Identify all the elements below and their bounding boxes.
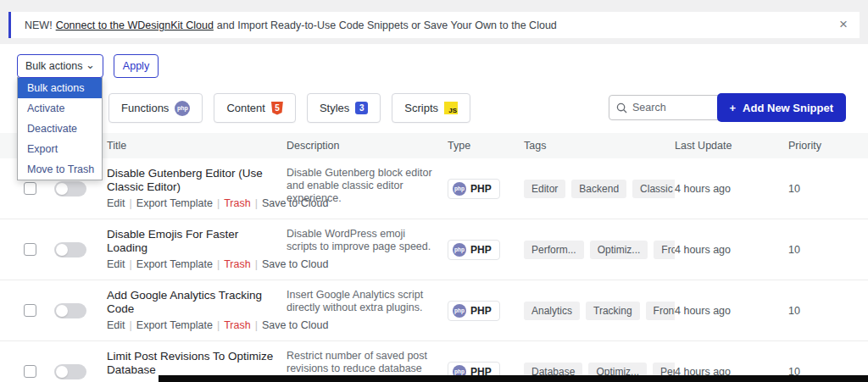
action-export-template[interactable]: Export Template xyxy=(136,319,213,331)
tag-pill: Editor xyxy=(524,180,565,198)
snippet-description: Disable Gutenberg block editor and enabl… xyxy=(287,158,448,219)
row-checkbox[interactable] xyxy=(24,182,36,195)
snippet-tags: Perform...Optimiz...Frontend xyxy=(524,219,675,280)
last-update: 4 hours ago xyxy=(675,219,776,280)
css3-icon: 3 xyxy=(355,102,368,114)
dropdown-option[interactable]: Deactivate xyxy=(18,119,102,139)
search-input[interactable] xyxy=(632,102,726,113)
bulk-actions-selected-label: Bulk actions xyxy=(25,60,82,72)
table-header: Title Description Type Tags Last Update … xyxy=(0,133,868,158)
add-new-snippet-button[interactable]: + Add New Snippet xyxy=(717,93,846,122)
action-separator: | xyxy=(130,258,132,270)
bottom-black-bar xyxy=(159,375,868,382)
js-icon: JS xyxy=(444,102,458,114)
plus-icon: + xyxy=(730,102,737,114)
last-update: 4 hours ago xyxy=(675,280,776,340)
snippet-description: Insert Google Analytics script directly … xyxy=(287,280,448,340)
cloud-banner: NEW! Connect to the WDesignKit Cloud and… xyxy=(8,12,860,38)
type-badge: php PHP xyxy=(448,240,500,260)
action-separator: | xyxy=(255,319,258,331)
php-icon: php xyxy=(453,182,466,196)
action-export-template[interactable]: Export Template xyxy=(136,197,213,209)
html5-icon: 5 xyxy=(271,102,283,115)
banner-text: and Import Ready-to-Use Code Snippets or… xyxy=(217,19,557,31)
action-separator: | xyxy=(217,197,220,209)
snippet-description: Disable WordPress emoji scripts to impro… xyxy=(287,219,448,280)
action-export-template[interactable]: Export Template xyxy=(136,258,213,270)
table-row: Disable Emojis For Faster Loading Edit|E… xyxy=(0,219,868,280)
snippet-title[interactable]: Add Google Analytics Tracking Code xyxy=(107,289,276,316)
header-priority: Priority xyxy=(776,140,868,152)
tag-pill: Optimiz... xyxy=(590,241,648,259)
type-badge: php PHP xyxy=(448,301,500,321)
close-icon[interactable]: × xyxy=(839,15,848,34)
filter-label: Content xyxy=(226,102,265,114)
action-trash[interactable]: Trash xyxy=(224,319,251,331)
php-icon: php xyxy=(175,101,190,116)
type-badge: php PHP xyxy=(448,179,500,199)
priority-value: 10 xyxy=(776,158,868,219)
snippet-title[interactable]: Disable Emojis For Faster Loading xyxy=(107,228,276,255)
tag-pill: Frontend xyxy=(646,302,675,320)
type-filter-bar: FunctionsphpContent5Styles3ScriptsJS xyxy=(108,93,470,123)
add-new-snippet-label: Add New Snippet xyxy=(743,102,833,114)
main-content: Bulk actions ⌄ Apply Bulk actionsActivat… xyxy=(0,44,868,382)
snippet-tags: AnalyticsTrackingFrontend xyxy=(524,280,675,340)
bulk-actions-select[interactable]: Bulk actions ⌄ xyxy=(17,54,103,78)
table-row: Disable Gutenberg Editor (Use Classic Ed… xyxy=(0,158,868,219)
action-separator: | xyxy=(130,197,132,209)
snippet-toggle[interactable] xyxy=(54,242,86,257)
dropdown-option[interactable]: Activate xyxy=(18,98,102,119)
action-edit[interactable]: Edit xyxy=(107,319,125,331)
filter-label: Styles xyxy=(320,102,349,114)
tag-pill: Frontend xyxy=(654,241,675,259)
snippet-title[interactable]: Limit Post Revisions To Optimize Databas… xyxy=(107,350,276,377)
filter-button-content[interactable]: Content5 xyxy=(214,93,296,123)
snippet-toggle[interactable] xyxy=(54,364,86,379)
filter-label: Functions xyxy=(121,102,169,114)
row-checkbox[interactable] xyxy=(24,243,36,256)
php-icon: php xyxy=(453,243,466,257)
dropdown-option[interactable]: Move to Trash xyxy=(18,159,102,180)
header-type: Type xyxy=(448,140,524,152)
row-actions: Edit|Export Template|Trash|Save to Cloud xyxy=(107,257,276,271)
tag-pill: Analytics xyxy=(524,302,580,320)
action-separator: | xyxy=(217,258,220,270)
action-edit[interactable]: Edit xyxy=(107,258,125,270)
cloud-connect-link[interactable]: Connect to the WDesignKit Cloud xyxy=(56,19,214,31)
action-trash[interactable]: Trash xyxy=(224,197,251,209)
type-label: PHP xyxy=(470,183,492,195)
banner-badge: NEW! xyxy=(25,19,53,31)
action-separator: | xyxy=(255,197,258,209)
action-separator: | xyxy=(217,319,220,331)
filter-button-functions[interactable]: Functionsphp xyxy=(108,93,203,123)
php-icon: php xyxy=(453,304,466,318)
action-trash[interactable]: Trash xyxy=(224,258,251,270)
type-label: PHP xyxy=(470,244,492,256)
snippet-title[interactable]: Disable Gutenberg Editor (Use Classic Ed… xyxy=(107,167,276,194)
toggle-knob xyxy=(56,183,68,195)
row-checkbox[interactable] xyxy=(24,365,36,378)
action-separator: | xyxy=(130,319,132,331)
tag-pill: Classic xyxy=(632,180,675,198)
row-checkbox[interactable] xyxy=(24,304,36,317)
tag-pill: Tracking xyxy=(586,302,640,320)
snippet-toggle[interactable] xyxy=(54,181,86,197)
snippet-toggle[interactable] xyxy=(54,303,86,318)
filter-button-styles[interactable]: Styles3 xyxy=(307,93,381,123)
toggle-knob xyxy=(56,244,68,256)
dropdown-option[interactable]: Export xyxy=(18,139,102,159)
action-edit[interactable]: Edit xyxy=(107,197,125,209)
filter-label: Scripts xyxy=(404,102,438,114)
dropdown-option[interactable]: Bulk actions xyxy=(18,78,102,98)
tag-pill: Perform... xyxy=(524,241,584,259)
row-actions: Edit|Export Template|Trash|Save to Cloud xyxy=(107,197,276,210)
row-actions: Edit|Export Template|Trash|Save to Cloud xyxy=(107,318,276,332)
last-update: 4 hours ago xyxy=(675,158,776,219)
filter-button-scripts[interactable]: ScriptsJS xyxy=(392,93,470,123)
priority-value: 10 xyxy=(776,219,868,280)
action-separator: | xyxy=(255,258,258,270)
search-icon xyxy=(616,102,627,113)
apply-button[interactable]: Apply xyxy=(114,54,159,78)
header-description: Description xyxy=(287,140,448,152)
